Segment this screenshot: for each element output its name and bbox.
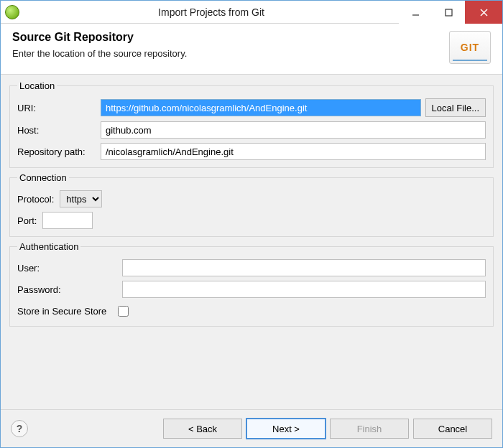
repo-path-input[interactable]: [101, 143, 486, 160]
minimize-button[interactable]: [399, 1, 432, 24]
location-legend: Location: [17, 80, 57, 91]
authentication-group: Authentication User: Password: Store in …: [9, 241, 494, 327]
connection-legend: Connection: [17, 172, 69, 183]
user-input[interactable]: [122, 259, 486, 276]
authentication-legend: Authentication: [17, 241, 80, 252]
user-label: User:: [17, 263, 118, 274]
back-button[interactable]: < Back: [163, 419, 242, 439]
host-input[interactable]: [101, 121, 486, 139]
cancel-button[interactable]: Cancel: [413, 419, 492, 439]
close-button[interactable]: [465, 1, 502, 24]
close-icon: [480, 9, 488, 17]
page-description: Enter the location of the source reposit…: [12, 48, 449, 59]
wizard-header: Source Git Repository Enter the location…: [1, 24, 502, 75]
svg-rect-1: [446, 9, 452, 16]
store-secure-label: Store in Secure Store: [17, 306, 106, 317]
repo-path-label: Repository path:: [17, 146, 96, 157]
window-controls: [399, 1, 502, 23]
store-secure-checkbox[interactable]: [118, 306, 129, 317]
password-input[interactable]: [122, 281, 486, 298]
location-group: Location URI: Local File... Host: Reposi…: [9, 80, 494, 168]
password-label: Password:: [17, 284, 118, 295]
app-icon: [5, 5, 19, 19]
help-button[interactable]: ?: [11, 420, 28, 437]
host-label: Host:: [17, 125, 96, 136]
help-icon: ?: [17, 423, 23, 434]
port-label: Port:: [17, 215, 37, 226]
window-title: Import Projects from Git: [24, 6, 399, 18]
protocol-select[interactable]: https: [60, 190, 102, 207]
uri-label: URI:: [17, 103, 96, 113]
title-bar: Import Projects from Git: [1, 1, 502, 24]
port-input[interactable]: [42, 212, 93, 229]
local-file-button[interactable]: Local File...: [425, 98, 486, 117]
uri-input[interactable]: [101, 99, 421, 116]
next-button[interactable]: Next >: [246, 419, 326, 439]
wizard-footer: ? < Back Next > Finish Cancel: [1, 409, 502, 447]
git-badge-icon: GIT: [449, 31, 491, 64]
protocol-label: Protocol:: [17, 194, 54, 205]
connection-group: Connection Protocol: https Port:: [9, 172, 494, 237]
finish-button[interactable]: Finish: [330, 419, 409, 439]
wizard-body: Location URI: Local File... Host: Reposi…: [1, 75, 502, 409]
maximize-icon: [445, 9, 453, 17]
minimize-icon: [412, 9, 420, 17]
maximize-button[interactable]: [432, 1, 465, 24]
page-title: Source Git Repository: [12, 31, 449, 44]
